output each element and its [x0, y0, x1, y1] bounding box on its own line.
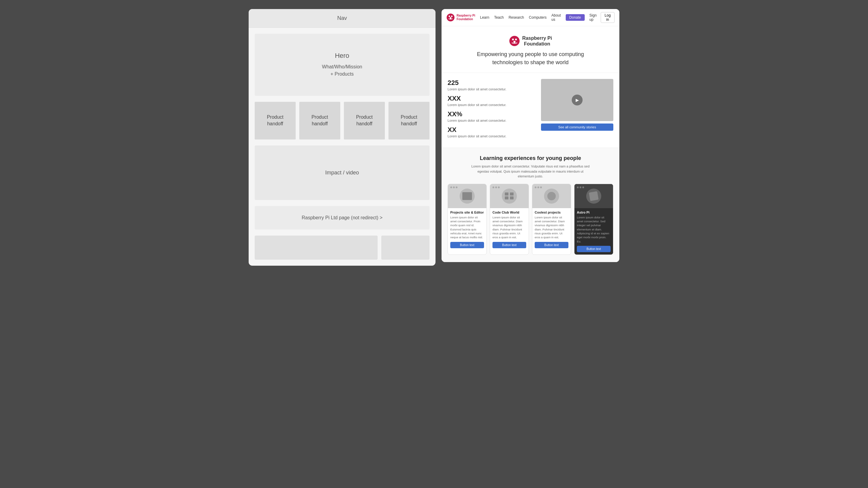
dot-8: [537, 187, 539, 188]
rpi-card-4-icon: [586, 189, 601, 204]
dot-7: [535, 187, 536, 188]
wireframe-product-card-1: Producthandoff: [255, 102, 296, 139]
wireframe-hero: Hero What/Who/Mission+ Products: [255, 34, 430, 96]
rpi-card-1-icon: [460, 189, 475, 204]
rpi-card-4-title: Astro Pi: [577, 210, 611, 214]
nav-link-learn[interactable]: Learn: [480, 15, 490, 20]
grid-shape: [505, 193, 514, 199]
rpi-card-2-dots: [493, 187, 500, 188]
rpi-card-projects: Projects site & Editor Lorem ipsum dolor…: [447, 184, 487, 255]
svg-point-3: [450, 17, 452, 19]
nav-link-aboutus[interactable]: About us: [551, 13, 561, 22]
rpi-card-2-icon: [502, 189, 517, 204]
rpi-cards-container: Projects site & Editor Lorem ipsum dolor…: [447, 184, 613, 255]
rpi-card-1-body: Projects site & Editor Lorem ipsum dolor…: [448, 208, 487, 251]
rpi-card-3-title: Coolest projects: [535, 210, 568, 214]
rpi-card-4-image: [575, 184, 613, 208]
rpi-learning-section: Learning experiences for young people Lo…: [441, 148, 619, 262]
dot-6: [498, 187, 500, 188]
rpi-card-2-desc: Lorem ipsum dolor sit amet consectetur. …: [493, 216, 526, 239]
rpi-website-panel: Raspberry PiFoundation Learn Teach Resea…: [441, 9, 619, 262]
signup-link[interactable]: Sign up: [590, 13, 598, 22]
wireframe-impact-label: Impact / video: [325, 170, 359, 175]
rpi-video-thumbnail[interactable]: ▶: [541, 79, 613, 121]
rpi-logo-icon: [446, 13, 455, 22]
rpi-hero-logo: Raspberry PiFoundation: [454, 35, 607, 47]
rpi-card-1-dots: [450, 187, 458, 188]
rpi-stat-2-desc: Lorem ipsum dolor sit amet consectetur.: [447, 103, 535, 107]
wireframe-redirect-label: Raspberry Pi Ltd page (not redirect) >: [302, 215, 382, 220]
donate-button[interactable]: Donate: [566, 14, 585, 21]
rpi-card-3-button[interactable]: Button text: [535, 242, 568, 248]
nav-link-computers[interactable]: Computers: [529, 15, 547, 20]
wireframe-impact: Impact / video: [255, 145, 430, 200]
rpi-card-3-body: Coolest projects Lorem ipsum dolor sit a…: [532, 208, 571, 251]
dot-11: [580, 187, 581, 188]
rpi-card-astropi: Astro Pi Lorem ipsum dolor sit amet cons…: [574, 184, 613, 255]
dot-12: [582, 187, 584, 188]
rpi-stat-1-number: 225: [447, 79, 535, 87]
dot-2: [453, 187, 455, 188]
rpi-stats: 225 Lorem ipsum dolor sit amet consectet…: [447, 79, 541, 141]
wireframe-bottom: [249, 235, 435, 266]
rpi-card-1-title: Projects site & Editor: [450, 210, 484, 214]
rpi-card-2-image: [490, 184, 529, 208]
wireframe-bottom-right: [381, 235, 430, 260]
login-button[interactable]: Log in: [601, 12, 615, 23]
wireframe-hero-sub: What/Who/Mission+ Products: [261, 63, 424, 78]
rpi-hero-section: Raspberry PiFoundation Empowering young …: [441, 26, 619, 73]
rpi-card-1-image: [448, 184, 487, 208]
wireframe-bottom-left: [255, 235, 378, 260]
wireframe-product-card-3: Producthandoff: [344, 102, 385, 139]
rpi-impact-section: 225 Lorem ipsum dolor sit amet consectet…: [441, 73, 619, 148]
rpi-card-1-button[interactable]: Button text: [450, 242, 484, 248]
rpi-logo[interactable]: Raspberry PiFoundation: [446, 13, 475, 22]
rpi-card-4-desc: Lorem ipsum dolor sit amet consectetur. …: [577, 216, 611, 243]
rpi-stat-2: XXX Lorem ipsum dolor sit amet consectet…: [447, 95, 535, 107]
rpi-card-2-button[interactable]: Button text: [493, 242, 526, 248]
svg-point-5: [512, 38, 514, 40]
rpi-stat-2-number: XXX: [447, 95, 535, 102]
wireframe-hero-title: Hero: [261, 52, 424, 60]
wireframe-products: Producthandoff Producthandoff Producthan…: [249, 102, 435, 145]
rpi-card-2-body: Code Club World Lorem ipsum dolor sit am…: [490, 208, 529, 251]
rpi-hero-logo-name: Raspberry PiFoundation: [522, 35, 552, 47]
svg-point-2: [451, 16, 453, 17]
dot-3: [456, 187, 458, 188]
rpi-card-4-dots: [577, 187, 584, 188]
grid-cell-2: [510, 193, 514, 195]
grid-cell-1: [505, 193, 508, 195]
dot-4: [493, 187, 494, 188]
rpi-card-3-icon: [544, 189, 559, 204]
svg-point-6: [515, 38, 517, 40]
wireframe-redirect[interactable]: Raspberry Pi Ltd page (not redirect) >: [255, 206, 430, 230]
rpi-stat-4-desc: Lorem ipsum dolor sit amet consectetur.: [447, 134, 535, 138]
nav-link-research[interactable]: Research: [508, 15, 524, 20]
dot-5: [495, 187, 497, 188]
rpi-card-3-image: [532, 184, 571, 208]
rpi-card-4-button[interactable]: Button text: [577, 246, 611, 252]
rpi-stat-4-number: XX: [447, 126, 535, 134]
rpi-nav: Raspberry PiFoundation Learn Teach Resea…: [441, 9, 619, 26]
grid-cell-4: [510, 196, 514, 199]
wireframe-nav: Nav: [249, 9, 435, 28]
svg-point-1: [449, 16, 450, 17]
nav-link-teach[interactable]: Teach: [494, 15, 504, 20]
rpi-nav-links: Learn Teach Research Computers About us …: [480, 13, 585, 22]
circle-shape: [547, 192, 556, 200]
rpi-card-4-body: Astro Pi Lorem ipsum dolor sit amet cons…: [575, 208, 613, 255]
rpi-card-codeclub: Code Club World Lorem ipsum dolor sit am…: [490, 184, 529, 255]
rpi-logo-text: Raspberry PiFoundation: [457, 14, 475, 21]
rpi-learning-title: Learning experiences for young people: [447, 155, 613, 161]
community-stories-button[interactable]: See all community stories: [541, 124, 613, 131]
rpi-card-1-desc: Lorem ipsum dolor sit amet consectetur. …: [450, 216, 484, 239]
rpi-play-button[interactable]: ▶: [572, 95, 583, 105]
rpi-stat-1-desc: Lorem ipsum dolor sit amet consectetur.: [447, 87, 535, 91]
device-shape: [589, 191, 598, 201]
svg-point-7: [513, 41, 516, 43]
dot-1: [450, 187, 452, 188]
rpi-stat-4: XX Lorem ipsum dolor sit amet consectetu…: [447, 126, 535, 138]
rpi-card-coolest: Coolest projects Lorem ipsum dolor sit a…: [532, 184, 571, 255]
rpi-learning-desc: Lorem ipsum dolor sit amet consectetur. …: [470, 164, 591, 179]
book-shape: [462, 192, 472, 200]
